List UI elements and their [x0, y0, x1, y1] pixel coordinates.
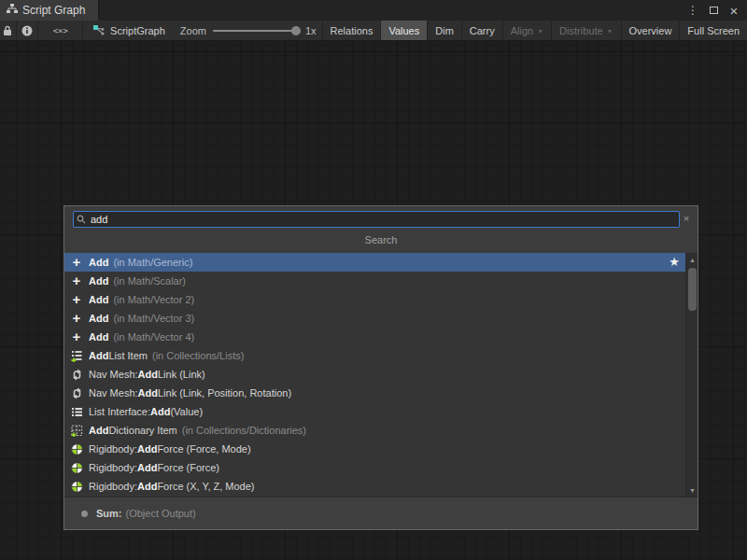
scrollbar-thumb[interactable] — [688, 268, 697, 311]
titlebar-drag-area[interactable] — [99, 0, 685, 21]
graph-toolbar: <×> ScriptGraph Zoom 1x RelationsValuesD… — [0, 21, 747, 41]
result-text-pre: Rigidbody: — [89, 481, 137, 492]
result-text-post: Link (Link) — [158, 369, 205, 380]
result-text-dim: (in Math/Vector 2) — [113, 294, 194, 305]
plus-icon: + — [69, 329, 84, 344]
zoom-slider-handle[interactable] — [291, 26, 301, 35]
graph-breadcrumb[interactable]: ScriptGraph — [83, 21, 175, 40]
finder-result-row[interactable]: Add Dictionary Item(in Collections/Dicti… — [64, 421, 685, 440]
zoom-control: Zoom 1x — [175, 21, 322, 40]
toolbar-toggle-buttons: RelationsValuesDimCarryAlign▼Distribute▼… — [322, 21, 747, 40]
result-text-dim: (in Math/Vector 4) — [113, 331, 194, 343]
finder-result-row[interactable]: + Add(in Math/Vector 2) — [64, 290, 685, 309]
unity-script-graph-window: Script Graph ⋮ × <×> — [0, 0, 747, 560]
finder-result-row[interactable]: + Add(in Math/Generic) ★ — [64, 253, 685, 272]
close-window-button[interactable]: × — [726, 3, 741, 18]
result-text-dim: (in Collections/Dictionaries) — [182, 425, 306, 436]
result-text-pre: Rigidbody: — [89, 443, 137, 455]
favorite-star-icon[interactable]: ★ — [669, 255, 680, 269]
results-scrollbar[interactable]: ▲ ▼ — [685, 253, 698, 497]
rigidbody-icon — [69, 460, 84, 475]
result-text-dim: (in Math/Vector 3) — [113, 313, 194, 324]
tab-script-graph[interactable]: Script Graph — [0, 0, 99, 21]
summary-title: Sum: — [96, 508, 122, 519]
finder-result-row[interactable]: Nav Mesh: Add Link (Link) — [64, 365, 685, 384]
finder-result-row[interactable]: Rigidbody: Add Force (X, Y, Z, Mode) — [64, 477, 685, 496]
info-icon — [21, 25, 33, 36]
result-text-post: (Value) — [170, 406, 203, 417]
result-text-bold: Add — [89, 350, 108, 361]
summary-text: Sum:(Object Output) — [96, 508, 196, 519]
maximize-button[interactable] — [706, 3, 721, 18]
finder-result-row[interactable]: + Add(in Math/Scalar) — [64, 272, 685, 290]
rigidbody-icon — [69, 441, 84, 456]
toolbar-button-distribute[interactable]: Distribute▼ — [551, 21, 620, 40]
tab-title: Script Graph — [22, 4, 85, 17]
result-text-post: Link (Link, Position, Rotation) — [158, 387, 291, 399]
result-text-pre: Rigidbody: — [89, 462, 137, 473]
toolbar-button-full-screen[interactable]: Full Screen — [679, 21, 747, 40]
finder-result-row[interactable]: Rigidbody: Add Force (Force, Mode) — [64, 440, 685, 458]
code-view-button[interactable]: <×> — [38, 21, 83, 40]
result-text-pre: Nav Mesh: — [89, 369, 138, 380]
scroll-down-arrow-icon[interactable]: ▼ — [686, 484, 698, 496]
finder-result-row[interactable]: Add List Item(in Collections/Lists) — [64, 346, 685, 365]
finder-close-button[interactable]: × — [680, 212, 693, 225]
result-text-dim: (in Math/Scalar) — [113, 275, 186, 287]
chevron-down-icon: ▼ — [537, 28, 543, 35]
result-text-dim: (in Collections/Lists) — [152, 350, 244, 361]
finder-results-list: + Add(in Math/Generic) ★ + Add(in Math/S… — [64, 253, 698, 497]
toolbar-button-values[interactable]: Values — [380, 21, 427, 40]
toolbar-button-overview[interactable]: Overview — [621, 21, 680, 40]
result-text-bold: Add — [89, 313, 108, 324]
finder-selection-summary: Sum:(Object Output) — [64, 497, 698, 529]
result-text-bold: Add — [138, 369, 158, 380]
result-text-bold: Add — [150, 406, 170, 417]
plus-icon: + — [69, 311, 84, 326]
toolbar-button-align[interactable]: Align▼ — [502, 21, 551, 40]
scroll-up-arrow-icon[interactable]: ▲ — [686, 254, 698, 265]
finder-result-row[interactable]: List Interface: Add (Value) — [64, 402, 685, 421]
toolbar-button-relations[interactable]: Relations — [322, 21, 381, 40]
result-text-dim: (in Math/Generic) — [113, 257, 192, 268]
result-text-post: List Item — [108, 350, 148, 361]
result-text-bold: Add — [89, 275, 108, 287]
navmesh-icon — [69, 367, 84, 382]
list-add-icon — [69, 348, 84, 363]
toolbar-button-carry[interactable]: Carry — [461, 21, 502, 40]
zoom-value: 1x — [305, 25, 317, 36]
result-text-post: Force (X, Y, Z, Mode) — [157, 481, 254, 492]
result-text-bold: Add — [89, 257, 108, 268]
result-text-pre: List Interface: — [89, 406, 150, 417]
window-menu-button[interactable]: ⋮ — [685, 3, 700, 18]
result-text-bold: Add — [138, 387, 158, 399]
finder-result-row[interactable]: Rigidbody: Add Force (Force) — [64, 458, 685, 477]
navmesh-icon — [69, 385, 84, 400]
finder-result-row[interactable]: + Add(in Math/Vector 3) — [64, 309, 685, 328]
code-icon: <×> — [53, 26, 68, 35]
info-button[interactable] — [17, 21, 39, 40]
summary-detail: (Object Output) — [126, 508, 196, 519]
result-text-bold: Add — [137, 481, 157, 492]
finder-result-row[interactable]: Nav Mesh: Add Link (Link, Position, Rota… — [64, 384, 685, 402]
result-text-post: Force (Force) — [157, 462, 219, 473]
toolbar-button-dim[interactable]: Dim — [427, 21, 461, 40]
result-text-bold: Add — [89, 331, 108, 343]
result-text-bold: Add — [89, 294, 108, 305]
titlebar: Script Graph ⋮ × — [0, 0, 747, 21]
maximize-icon — [710, 7, 718, 14]
zoom-slider[interactable] — [213, 30, 299, 32]
lock-button[interactable] — [0, 21, 17, 40]
rigidbody-icon — [69, 479, 84, 494]
finder-result-row[interactable]: + Add(in Math/Vector 4) — [64, 328, 685, 346]
list-icon — [69, 404, 84, 419]
graph-hierarchy-icon — [7, 4, 18, 17]
finder-header-label: Search — [64, 234, 698, 245]
plus-icon: + — [69, 255, 84, 270]
plus-icon: + — [69, 292, 84, 307]
graph-name-label: ScriptGraph — [110, 25, 165, 36]
result-text-pre: Nav Mesh: — [89, 387, 138, 399]
search-input[interactable] — [73, 211, 680, 228]
fuzzy-finder-popup: × Search + Add(in Math/Generic) ★ + Add(… — [63, 205, 698, 530]
result-text-bold: Add — [89, 425, 108, 436]
